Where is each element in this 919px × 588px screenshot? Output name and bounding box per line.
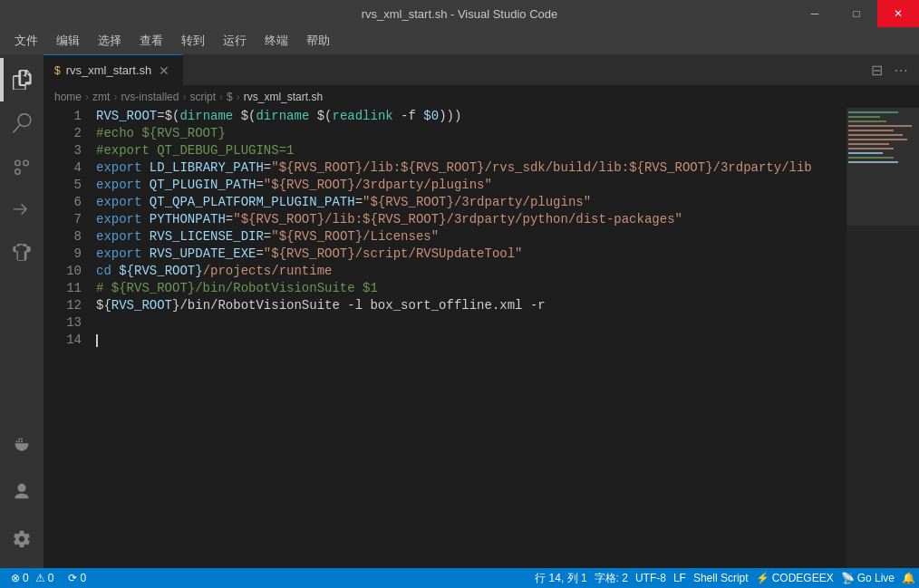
breadcrumb: home › zmt › rvs-installed › script › $ … <box>44 86 919 108</box>
line-num-13: 13 <box>44 314 82 332</box>
editor-content: 1 2 3 4 5 6 7 8 9 10 11 12 13 14 RVS_ROO… <box>44 108 919 568</box>
status-cursor-position[interactable]: 行 14, 列 1 <box>531 568 590 588</box>
tab-bar: $ rvs_xml_start.sh ✕ ⊟ ⋯ <box>44 54 919 86</box>
status-bar: ⊗ 0 ⚠ 0 ⟳ 0 行 14, 列 1 字格: 2 UTF-8 LF She… <box>0 568 919 588</box>
codegeex-label: CODEGEEX <box>772 572 834 584</box>
menu-run[interactable]: 运行 <box>216 29 254 53</box>
tab-file-icon: $ <box>54 64 61 77</box>
error-count: 0 <box>23 572 29 584</box>
tab-rvs-xml-start[interactable]: $ rvs_xml_start.sh ✕ <box>44 54 183 85</box>
menu-terminal[interactable]: 终端 <box>257 29 295 53</box>
window-controls: ─ □ ✕ <box>794 0 919 27</box>
warning-count: 0 <box>48 572 54 584</box>
status-sync[interactable]: ⟳ 0 <box>64 568 90 588</box>
line-num-6: 6 <box>44 194 82 211</box>
explorer-icon[interactable] <box>0 58 44 101</box>
code-line-14 <box>96 332 846 349</box>
tab-actions: ⊟ ⋯ <box>860 54 919 85</box>
encoding-label: UTF-8 <box>635 572 666 584</box>
run-debug-icon[interactable] <box>0 188 44 232</box>
tab-label: rvs_xml_start.sh <box>66 63 152 77</box>
code-line-12: ${RVS_ROOT}/bin/RobotVisionSuite -l box_… <box>96 297 846 314</box>
status-golive[interactable]: 📡 Go Live <box>837 568 898 588</box>
svg-rect-13 <box>846 108 919 226</box>
line-num-8: 8 <box>44 228 82 246</box>
breadcrumb-dollar[interactable]: $ <box>227 91 233 103</box>
line-num-3: 3 <box>44 142 82 159</box>
status-encoding[interactable]: UTF-8 <box>632 568 670 588</box>
code-line-13 <box>96 314 846 332</box>
menu-view[interactable]: 查看 <box>132 29 170 53</box>
line-num-7: 7 <box>44 211 82 228</box>
status-spaces[interactable]: 字格: 2 <box>591 568 632 588</box>
code-line-9: export RVS_UPDATE_EXE="${RVS_ROOT}/scrip… <box>96 246 846 263</box>
docker-icon[interactable] <box>0 423 44 467</box>
status-language[interactable]: Shell Script <box>690 568 752 588</box>
line-num-10: 10 <box>44 263 82 280</box>
code-line-5: export QT_PLUGIN_PATH="${RVS_ROOT}/3rdpa… <box>96 177 846 194</box>
status-codegeex[interactable]: ⚡ CODEGEEX <box>752 568 837 588</box>
status-right: 行 14, 列 1 字格: 2 UTF-8 LF Shell Script ⚡ … <box>531 568 919 588</box>
code-line-8: export RVS_LICENSE_DIR="${RVS_ROOT}/Lice… <box>96 228 846 246</box>
menu-select[interactable]: 选择 <box>91 29 129 53</box>
minimize-button[interactable]: ─ <box>794 0 836 27</box>
sync-icon: ⟳ <box>68 572 77 584</box>
status-notifications[interactable]: 🔔 <box>898 568 919 588</box>
line-num-9: 9 <box>44 246 82 263</box>
editor-area: $ rvs_xml_start.sh ✕ ⊟ ⋯ home › zmt › rv… <box>44 54 919 568</box>
title-bar: rvs_xml_start.sh - Visual Studio Code ─ … <box>0 0 919 27</box>
menu-file[interactable]: 文件 <box>7 29 45 53</box>
golive-icon: 📡 <box>841 572 855 584</box>
tab-close-button[interactable]: ✕ <box>157 63 171 79</box>
error-icon: ⊗ <box>11 572 20 584</box>
warning-icon: ⚠ <box>35 572 45 584</box>
status-left: ⊗ 0 ⚠ 0 ⟳ 0 <box>0 568 97 588</box>
line-num-4: 4 <box>44 159 82 177</box>
breadcrumb-home[interactable]: home <box>54 91 82 103</box>
language-label: Shell Script <box>693 572 749 584</box>
golive-label: Go Live <box>857 572 895 584</box>
code-line-1: RVS_ROOT=$(dirname $(dirname $(readlink … <box>96 108 846 125</box>
breadcrumb-zmt[interactable]: zmt <box>92 91 110 103</box>
sync-count: 0 <box>80 572 86 584</box>
breadcrumb-rvs-installed[interactable]: rvs-installed <box>121 91 179 103</box>
status-errors[interactable]: ⊗ 0 ⚠ 0 <box>7 568 57 588</box>
activity-bar-bottom <box>0 423 44 568</box>
code-line-10: cd ${RVS_ROOT}/projects/runtime <box>96 263 846 280</box>
menu-edit[interactable]: 编辑 <box>49 29 87 53</box>
minimap-canvas <box>846 108 919 289</box>
menu-help[interactable]: 帮助 <box>299 29 337 53</box>
account-icon[interactable] <box>0 470 44 514</box>
source-control-icon[interactable] <box>0 145 44 188</box>
code-line-6: export QT_QPA_PLATFORM_PLUGIN_PATH="${RV… <box>96 194 846 211</box>
search-icon[interactable] <box>0 101 44 145</box>
cursor-position-label: 行 14, 列 1 <box>535 571 586 586</box>
line-num-14: 14 <box>44 332 82 349</box>
line-num-12: 12 <box>44 297 82 314</box>
code-line-2: #echo ${RVS_ROOT} <box>96 125 846 142</box>
code-lines[interactable]: RVS_ROOT=$(dirname $(dirname $(readlink … <box>89 108 846 568</box>
menu-bar: 文件 编辑 选择 查看 转到 运行 终端 帮助 <box>0 27 919 54</box>
minimap <box>846 108 919 568</box>
main-layout: $ rvs_xml_start.sh ✕ ⊟ ⋯ home › zmt › rv… <box>0 54 919 568</box>
split-editor-button[interactable]: ⊟ <box>867 58 886 82</box>
window-title: rvs_xml_start.sh - Visual Studio Code <box>362 7 558 21</box>
maximize-button[interactable]: □ <box>836 0 877 27</box>
breadcrumb-file[interactable]: rvs_xml_start.sh <box>244 91 323 103</box>
eol-label: LF <box>673 572 686 584</box>
line-num-2: 2 <box>44 125 82 142</box>
more-actions-button[interactable]: ⋯ <box>890 58 912 82</box>
activity-bar <box>0 54 44 568</box>
close-button[interactable]: ✕ <box>877 0 919 27</box>
code-line-11: # ${RVS_ROOT}/bin/RobotVisionSuite $1 <box>96 280 846 297</box>
bell-icon: 🔔 <box>902 572 915 584</box>
extensions-icon[interactable] <box>0 232 44 275</box>
breadcrumb-script[interactable]: script <box>189 91 216 103</box>
line-num-11: 11 <box>44 280 82 297</box>
status-eol[interactable]: LF <box>670 568 690 588</box>
line-numbers: 1 2 3 4 5 6 7 8 9 10 11 12 13 14 <box>44 108 89 568</box>
spaces-label: 字格: 2 <box>595 571 628 586</box>
menu-goto[interactable]: 转到 <box>174 29 212 53</box>
settings-icon[interactable] <box>0 517 44 561</box>
codegeex-icon: ⚡ <box>756 572 769 584</box>
